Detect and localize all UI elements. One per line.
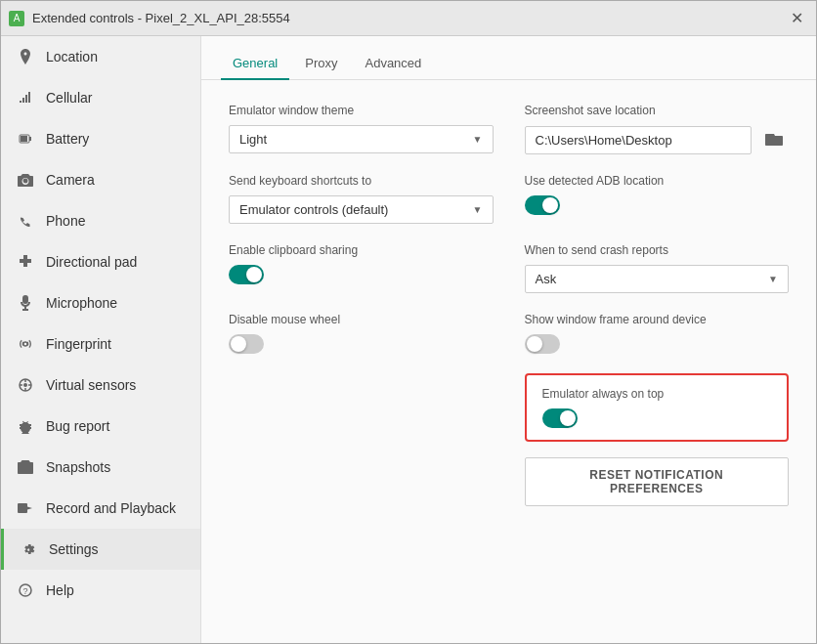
row-4: Disable mouse wheel Show window frame ar… [229, 313, 789, 354]
reset-col: RESET NOTIFICATION PREFERENCES [525, 457, 790, 506]
theme-label: Emulator window theme [229, 104, 494, 117]
adb-toggle-knob [542, 197, 558, 213]
sidebar-item-battery[interactable]: Battery [1, 118, 200, 159]
tab-proxy[interactable]: Proxy [293, 48, 349, 80]
crash-dropdown[interactable]: Ask ▼ [525, 265, 790, 293]
sidebar-item-microphone[interactable]: Microphone [1, 282, 200, 323]
sidebar-item-cellular[interactable]: Cellular [1, 77, 200, 118]
row-1: Emulator window theme Light ▼ Screenshot… [229, 104, 789, 154]
row-3: Enable clipboard sharing When to send cr… [229, 243, 789, 293]
sidebar-label-camera: Camera [46, 172, 95, 188]
sidebar-item-phone[interactable]: Phone [1, 200, 200, 241]
svg-rect-5 [22, 309, 28, 311]
always-on-top-label: Emulator always on top [542, 387, 772, 401]
theme-dropdown-arrow: ▼ [473, 134, 483, 145]
row-5: Emulator always on top [229, 373, 789, 442]
sidebar-item-bug-report[interactable]: Bug report [1, 406, 200, 447]
sidebar-item-directional-pad[interactable]: Directional pad [1, 241, 200, 282]
sidebar-label-cellular: Cellular [46, 90, 92, 106]
window-title: Extended controls - Pixel_2_XL_API_28:55… [32, 11, 290, 25]
theme-dropdown[interactable]: Light ▼ [229, 125, 494, 153]
always-on-top-col: Emulator always on top [525, 373, 790, 442]
tab-advanced[interactable]: Advanced [353, 48, 433, 80]
clipboard-setting: Enable clipboard sharing [229, 243, 494, 293]
sidebar-label-fingerprint: Fingerprint [46, 336, 111, 352]
spacer-reset-left [229, 457, 494, 506]
always-on-top-toggle-knob [560, 410, 576, 426]
window-frame-toggle-knob [527, 336, 542, 352]
title-bar: A Extended controls - Pixel_2_XL_API_28:… [1, 1, 816, 36]
sidebar-label-microphone: Microphone [46, 295, 117, 311]
fingerprint-icon [17, 335, 34, 353]
sidebar-item-fingerprint[interactable]: Fingerprint [1, 323, 200, 365]
spacer-left [229, 373, 494, 442]
mouse-wheel-setting: Disable mouse wheel [229, 313, 494, 354]
crash-dropdown-arrow: ▼ [768, 274, 778, 284]
svg-rect-13 [18, 503, 27, 513]
clipboard-toggle[interactable] [229, 265, 264, 284]
sidebar-label-record-playback: Record and Playback [46, 500, 176, 516]
mouse-wheel-toggle[interactable] [229, 334, 264, 354]
close-button[interactable]: ✕ [785, 7, 808, 30]
always-on-top-box: Emulator always on top [525, 373, 790, 442]
microphone-icon [17, 294, 34, 312]
main-content: Location Cellular Battery Camera [1, 36, 816, 643]
adb-label: Use detected ADB location [525, 174, 790, 188]
folder-browse-button[interactable] [759, 125, 789, 154]
settings-panel: General Proxy Advanced Emulator window t… [201, 36, 816, 643]
theme-value: Light [239, 132, 267, 147]
adb-toggle[interactable] [525, 195, 560, 215]
sidebar-label-location: Location [46, 49, 98, 64]
keyboard-setting: Send keyboard shortcuts to Emulator cont… [229, 174, 494, 224]
camera-icon [17, 171, 34, 189]
svg-rect-1 [29, 137, 31, 141]
record-playback-icon [17, 499, 34, 517]
tab-bar: General Proxy Advanced [201, 36, 816, 80]
keyboard-label: Send keyboard shortcuts to [229, 174, 494, 188]
screenshot-label: Screenshot save location [525, 104, 790, 117]
main-window: A Extended controls - Pixel_2_XL_API_28:… [0, 0, 817, 644]
sidebar-item-virtual-sensors[interactable]: Virtual sensors [1, 365, 200, 406]
sidebar-item-location[interactable]: Location [1, 36, 200, 77]
screenshot-path[interactable]: C:\Users\Home\Desktop [525, 126, 752, 154]
sidebar-label-virtual-sensors: Virtual sensors [46, 377, 136, 393]
always-on-top-toggle[interactable] [542, 408, 578, 428]
sidebar-item-camera[interactable]: Camera [1, 159, 200, 200]
svg-point-6 [23, 342, 27, 346]
keyboard-value: Emulator controls (default) [239, 202, 388, 217]
row-reset: RESET NOTIFICATION PREFERENCES [229, 457, 789, 506]
help-icon: ? [17, 581, 34, 599]
cellular-icon [17, 89, 34, 107]
sidebar-item-snapshots[interactable]: Snapshots [1, 447, 200, 488]
sidebar: Location Cellular Battery Camera [1, 36, 201, 643]
title-bar-left: A Extended controls - Pixel_2_XL_API_28:… [9, 11, 290, 26]
svg-rect-3 [22, 295, 28, 304]
svg-point-8 [23, 383, 27, 387]
snapshots-icon [17, 458, 34, 476]
sidebar-label-phone: Phone [46, 213, 85, 229]
clipboard-label: Enable clipboard sharing [229, 243, 494, 257]
clipboard-toggle-knob [246, 267, 262, 282]
battery-icon [17, 130, 34, 148]
screenshot-path-row: C:\Users\Home\Desktop [525, 125, 790, 154]
sidebar-label-directional-pad: Directional pad [46, 254, 137, 270]
mouse-wheel-label: Disable mouse wheel [229, 313, 494, 326]
location-icon [17, 48, 34, 65]
sidebar-item-settings[interactable]: Settings [1, 529, 200, 570]
virtual-sensors-icon [17, 376, 34, 394]
sidebar-item-help[interactable]: ? Help [1, 570, 200, 611]
phone-icon [17, 212, 34, 230]
directional-pad-icon [17, 253, 34, 271]
sidebar-label-bug-report: Bug report [46, 418, 109, 434]
sidebar-item-record-playback[interactable]: Record and Playback [1, 488, 200, 529]
window-frame-toggle[interactable] [525, 334, 560, 354]
tab-general[interactable]: General [221, 48, 289, 80]
reset-notification-button[interactable]: RESET NOTIFICATION PREFERENCES [525, 457, 790, 506]
crash-value: Ask [536, 272, 557, 286]
crash-label: When to send crash reports [525, 243, 790, 257]
sidebar-label-help: Help [46, 582, 74, 598]
keyboard-dropdown[interactable]: Emulator controls (default) ▼ [229, 195, 494, 224]
sidebar-label-battery: Battery [46, 131, 89, 147]
crash-setting: When to send crash reports Ask ▼ [525, 243, 790, 293]
sidebar-label-snapshots: Snapshots [46, 459, 110, 475]
